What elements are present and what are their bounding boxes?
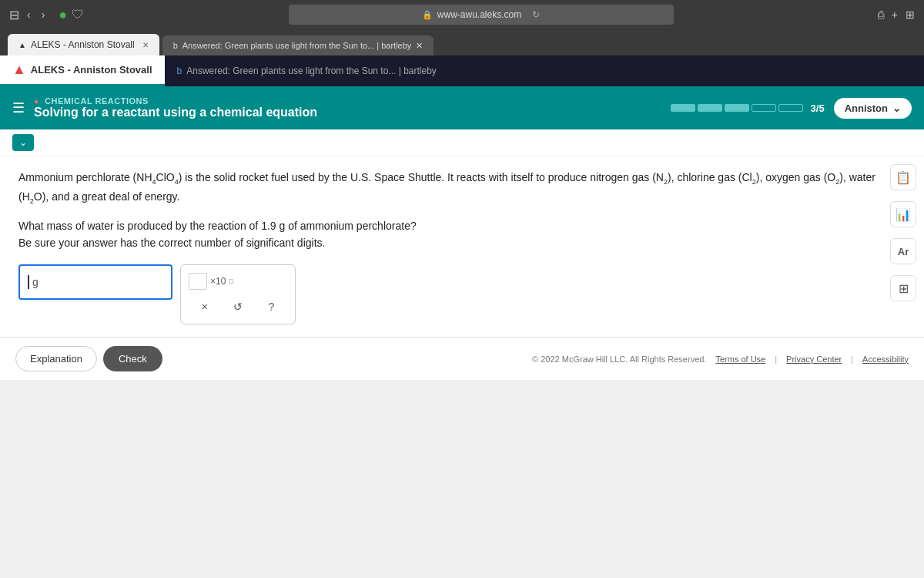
lock-icon: 🔒 — [422, 10, 433, 20]
chart-icon: 📊 — [896, 207, 911, 222]
app-header-bar: ▲ ALEKS - Anniston Stovall b Answered: G… — [0, 55, 924, 86]
footer-copyright: © 2022 McGraw Hill LLC. All Rights Reser… — [532, 355, 909, 364]
answer-area: g ×10 □ × ↺ ? — [18, 264, 906, 324]
unit-label: g — [32, 276, 38, 288]
sci-help-button[interactable]: ? — [263, 297, 281, 316]
answered-tab-text: Answered: Green plants use light from th… — [186, 66, 437, 76]
section-label: ● CHEMICAL REACTIONS — [34, 96, 661, 106]
grid-icon[interactable]: ⊞ — [906, 8, 915, 21]
browser-bar: ⊟ ‹ › ● 🛡 🔒 www-awu.aleks.com ↻ ⎙ + ⊞ — [0, 0, 924, 29]
tab-label: ALEKS - Anniston Stovall — [31, 39, 135, 50]
tab-bartleby[interactable]: b Answered: Green plants use light from … — [162, 35, 434, 55]
question-header: ☰ ● CHEMICAL REACTIONS Solving for a rea… — [0, 86, 924, 129]
add-tab-icon[interactable]: + — [892, 8, 898, 21]
reload-icon[interactable]: ↻ — [532, 9, 540, 20]
expand-button[interactable]: ⌄ — [12, 134, 34, 151]
sci-mantissa-input[interactable] — [189, 273, 207, 290]
shield-icon: 🛡 — [72, 8, 84, 22]
text-cursor — [28, 275, 29, 289]
browser-right: ⎙ + ⊞ — [878, 8, 915, 21]
aleks-logo-text: ALEKS - Anniston Stovall — [31, 64, 152, 76]
copyright-text: © 2022 McGraw Hill LLC. All Rights Reser… — [532, 355, 706, 364]
url-text: www-awu.aleks.com — [437, 9, 521, 20]
header-titles: ● CHEMICAL REACTIONS Solving for a react… — [34, 96, 661, 119]
sep1: | — [775, 355, 777, 364]
bartleby-b: b — [177, 66, 182, 76]
answer-input-container[interactable]: g — [18, 264, 172, 300]
tab-favicon: ▲ — [18, 41, 26, 49]
tab2-close-button[interactable]: ✕ — [416, 41, 423, 51]
aleks-logo-icon: ▲ — [12, 62, 26, 78]
sci-close-button[interactable]: × — [196, 297, 214, 316]
sig-fig-note: Be sure your answer has the correct numb… — [18, 237, 906, 249]
progress-seg-3 — [725, 104, 749, 112]
app-icon: ● — [59, 7, 67, 23]
explanation-button[interactable]: Explanation — [15, 346, 97, 371]
sci-exponent: □ — [229, 277, 233, 285]
notes-tool[interactable]: 📋 — [890, 164, 916, 190]
sidebar-toggle-icon[interactable]: ⊟ — [9, 8, 19, 22]
dot-icon: ● — [34, 97, 39, 106]
tab-bar: ▲ ALEKS - Anniston Stovall ✕ b Answered:… — [0, 29, 924, 55]
section-text: CHEMICAL REACTIONS — [45, 96, 149, 106]
menu-icon[interactable]: ☰ — [12, 99, 25, 116]
sep2: | — [851, 355, 853, 364]
share-icon[interactable]: ⎙ — [878, 8, 884, 21]
user-name: Anniston — [845, 102, 888, 114]
footer-left: Explanation Check — [15, 346, 162, 371]
tab2-favicon: b — [173, 41, 178, 50]
footer: Explanation Check © 2022 McGraw Hill LLC… — [0, 337, 924, 380]
progress-area: 3/5 — [671, 102, 825, 114]
address-bar[interactable]: 🔒 www-awu.aleks.com ↻ — [289, 5, 674, 25]
scientific-notation-panel: ×10 □ × ↺ ? — [180, 264, 296, 324]
tab-close-button[interactable]: ✕ — [142, 41, 149, 49]
progress-seg-4 — [752, 104, 776, 112]
user-menu-button[interactable]: Anniston ⌄ — [834, 98, 912, 119]
progress-seg-5 — [778, 104, 803, 112]
sci-undo-button[interactable]: ↺ — [227, 297, 249, 316]
aleks-logo: ▲ ALEKS - Anniston Stovall — [0, 55, 165, 86]
tab-aleks[interactable]: ▲ ALEKS - Anniston Stovall ✕ — [8, 34, 159, 55]
progress-seg-2 — [698, 104, 722, 112]
grid-tool[interactable]: ⊞ — [890, 275, 916, 301]
progress-bar — [671, 104, 803, 112]
privacy-link[interactable]: Privacy Center — [786, 355, 842, 364]
tab2-label: Answered: Green plants use light from th… — [182, 41, 412, 50]
expand-row: ⌄ — [0, 129, 924, 156]
browser-controls: ⊟ ‹ › — [9, 7, 48, 22]
check-button[interactable]: Check — [103, 346, 162, 371]
chevron-down-icon: ⌄ — [892, 102, 901, 114]
answered-tab[interactable]: b Answered: Green plants use light from … — [165, 55, 924, 86]
chart-tool[interactable]: 📊 — [890, 201, 916, 227]
grid-tool-icon: ⊞ — [899, 281, 909, 296]
accessibility-link[interactable]: Accessibility — [862, 355, 909, 364]
notes-icon: 📋 — [896, 170, 911, 185]
sci-input-row: ×10 □ — [189, 273, 287, 290]
question-title: Solving for a reactant using a chemical … — [34, 106, 661, 119]
back-button[interactable]: ‹ — [24, 7, 34, 22]
periodic-table-tool[interactable]: Ar — [890, 238, 916, 264]
problem-description: Ammonium perchlorate (NH4ClO4) is the so… — [18, 169, 906, 207]
sci-buttons: × ↺ ? — [189, 297, 287, 316]
progress-label: 3/5 — [811, 102, 825, 114]
question-line: What mass of water is produced by the re… — [18, 220, 906, 232]
right-sidebar: 📋 📊 Ar ⊞ — [890, 164, 916, 301]
content-area: Ammonium perchlorate (NH4ClO4) is the so… — [0, 156, 924, 337]
progress-seg-1 — [671, 104, 695, 112]
sci-times-ten: ×10 — [210, 276, 226, 287]
forward-button[interactable]: › — [38, 7, 49, 22]
periodic-icon: Ar — [898, 246, 909, 257]
terms-link[interactable]: Terms of Use — [715, 355, 765, 364]
